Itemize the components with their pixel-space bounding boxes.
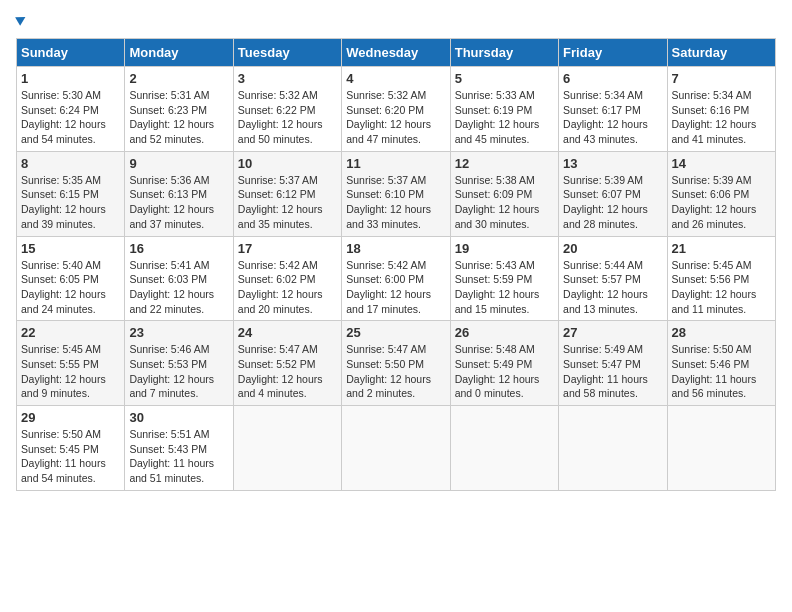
day-detail: Sunrise: 5:41 AMSunset: 6:03 PMDaylight:…	[129, 259, 214, 315]
day-detail: Sunrise: 5:37 AMSunset: 6:10 PMDaylight:…	[346, 174, 431, 230]
day-detail: Sunrise: 5:46 AMSunset: 5:53 PMDaylight:…	[129, 343, 214, 399]
calendar-cell: 5 Sunrise: 5:33 AMSunset: 6:19 PMDayligh…	[450, 67, 558, 152]
column-header-friday: Friday	[559, 39, 667, 67]
day-detail: Sunrise: 5:47 AMSunset: 5:52 PMDaylight:…	[238, 343, 323, 399]
column-header-thursday: Thursday	[450, 39, 558, 67]
day-detail: Sunrise: 5:35 AMSunset: 6:15 PMDaylight:…	[21, 174, 106, 230]
calendar-header: SundayMondayTuesdayWednesdayThursdayFrid…	[17, 39, 776, 67]
calendar-cell: 30 Sunrise: 5:51 AMSunset: 5:43 PMDaylig…	[125, 406, 233, 491]
day-number: 17	[238, 241, 337, 256]
day-number: 3	[238, 71, 337, 86]
calendar-body: 1 Sunrise: 5:30 AMSunset: 6:24 PMDayligh…	[17, 67, 776, 491]
day-number: 8	[21, 156, 120, 171]
day-detail: Sunrise: 5:45 AMSunset: 5:55 PMDaylight:…	[21, 343, 106, 399]
calendar-cell: 16 Sunrise: 5:41 AMSunset: 6:03 PMDaylig…	[125, 236, 233, 321]
day-detail: Sunrise: 5:48 AMSunset: 5:49 PMDaylight:…	[455, 343, 540, 399]
day-detail: Sunrise: 5:33 AMSunset: 6:19 PMDaylight:…	[455, 89, 540, 145]
calendar-cell: 14 Sunrise: 5:39 AMSunset: 6:06 PMDaylig…	[667, 151, 775, 236]
day-number: 14	[672, 156, 771, 171]
calendar-cell: 12 Sunrise: 5:38 AMSunset: 6:09 PMDaylig…	[450, 151, 558, 236]
week-row: 1 Sunrise: 5:30 AMSunset: 6:24 PMDayligh…	[17, 67, 776, 152]
day-number: 12	[455, 156, 554, 171]
calendar-cell	[342, 406, 450, 491]
day-number: 9	[129, 156, 228, 171]
day-detail: Sunrise: 5:51 AMSunset: 5:43 PMDaylight:…	[129, 428, 214, 484]
logo-arrow-icon	[15, 13, 28, 26]
day-detail: Sunrise: 5:44 AMSunset: 5:57 PMDaylight:…	[563, 259, 648, 315]
day-number: 24	[238, 325, 337, 340]
calendar-cell	[450, 406, 558, 491]
calendar-cell: 1 Sunrise: 5:30 AMSunset: 6:24 PMDayligh…	[17, 67, 125, 152]
day-detail: Sunrise: 5:39 AMSunset: 6:07 PMDaylight:…	[563, 174, 648, 230]
day-detail: Sunrise: 5:34 AMSunset: 6:16 PMDaylight:…	[672, 89, 757, 145]
day-number: 29	[21, 410, 120, 425]
day-detail: Sunrise: 5:38 AMSunset: 6:09 PMDaylight:…	[455, 174, 540, 230]
calendar-cell: 17 Sunrise: 5:42 AMSunset: 6:02 PMDaylig…	[233, 236, 341, 321]
calendar-cell	[233, 406, 341, 491]
column-header-saturday: Saturday	[667, 39, 775, 67]
day-detail: Sunrise: 5:32 AMSunset: 6:20 PMDaylight:…	[346, 89, 431, 145]
calendar-cell: 27 Sunrise: 5:49 AMSunset: 5:47 PMDaylig…	[559, 321, 667, 406]
day-number: 2	[129, 71, 228, 86]
day-detail: Sunrise: 5:40 AMSunset: 6:05 PMDaylight:…	[21, 259, 106, 315]
day-number: 21	[672, 241, 771, 256]
column-header-tuesday: Tuesday	[233, 39, 341, 67]
calendar-table: SundayMondayTuesdayWednesdayThursdayFrid…	[16, 38, 776, 491]
day-detail: Sunrise: 5:31 AMSunset: 6:23 PMDaylight:…	[129, 89, 214, 145]
calendar-cell: 11 Sunrise: 5:37 AMSunset: 6:10 PMDaylig…	[342, 151, 450, 236]
calendar-cell: 13 Sunrise: 5:39 AMSunset: 6:07 PMDaylig…	[559, 151, 667, 236]
day-number: 30	[129, 410, 228, 425]
header-row: SundayMondayTuesdayWednesdayThursdayFrid…	[17, 39, 776, 67]
week-row: 29 Sunrise: 5:50 AMSunset: 5:45 PMDaylig…	[17, 406, 776, 491]
day-number: 22	[21, 325, 120, 340]
day-detail: Sunrise: 5:39 AMSunset: 6:06 PMDaylight:…	[672, 174, 757, 230]
calendar-cell: 10 Sunrise: 5:37 AMSunset: 6:12 PMDaylig…	[233, 151, 341, 236]
logo-text-block	[16, 16, 27, 26]
day-detail: Sunrise: 5:32 AMSunset: 6:22 PMDaylight:…	[238, 89, 323, 145]
calendar-cell	[559, 406, 667, 491]
calendar-cell: 8 Sunrise: 5:35 AMSunset: 6:15 PMDayligh…	[17, 151, 125, 236]
day-detail: Sunrise: 5:34 AMSunset: 6:17 PMDaylight:…	[563, 89, 648, 145]
day-number: 1	[21, 71, 120, 86]
calendar-cell	[667, 406, 775, 491]
day-detail: Sunrise: 5:50 AMSunset: 5:46 PMDaylight:…	[672, 343, 757, 399]
day-number: 5	[455, 71, 554, 86]
day-number: 23	[129, 325, 228, 340]
calendar-cell: 6 Sunrise: 5:34 AMSunset: 6:17 PMDayligh…	[559, 67, 667, 152]
day-number: 4	[346, 71, 445, 86]
day-detail: Sunrise: 5:47 AMSunset: 5:50 PMDaylight:…	[346, 343, 431, 399]
day-detail: Sunrise: 5:42 AMSunset: 6:02 PMDaylight:…	[238, 259, 323, 315]
calendar-cell: 4 Sunrise: 5:32 AMSunset: 6:20 PMDayligh…	[342, 67, 450, 152]
logo-blue-row	[16, 16, 27, 26]
day-number: 16	[129, 241, 228, 256]
page-header	[16, 16, 776, 26]
day-detail: Sunrise: 5:50 AMSunset: 5:45 PMDaylight:…	[21, 428, 106, 484]
day-detail: Sunrise: 5:30 AMSunset: 6:24 PMDaylight:…	[21, 89, 106, 145]
calendar-cell: 26 Sunrise: 5:48 AMSunset: 5:49 PMDaylig…	[450, 321, 558, 406]
day-number: 26	[455, 325, 554, 340]
calendar-cell: 19 Sunrise: 5:43 AMSunset: 5:59 PMDaylig…	[450, 236, 558, 321]
day-number: 25	[346, 325, 445, 340]
calendar-cell: 22 Sunrise: 5:45 AMSunset: 5:55 PMDaylig…	[17, 321, 125, 406]
calendar-cell: 28 Sunrise: 5:50 AMSunset: 5:46 PMDaylig…	[667, 321, 775, 406]
column-header-monday: Monday	[125, 39, 233, 67]
day-number: 13	[563, 156, 662, 171]
logo	[16, 16, 27, 26]
calendar-cell: 21 Sunrise: 5:45 AMSunset: 5:56 PMDaylig…	[667, 236, 775, 321]
calendar-cell: 2 Sunrise: 5:31 AMSunset: 6:23 PMDayligh…	[125, 67, 233, 152]
day-number: 11	[346, 156, 445, 171]
day-number: 19	[455, 241, 554, 256]
day-number: 20	[563, 241, 662, 256]
calendar-cell: 25 Sunrise: 5:47 AMSunset: 5:50 PMDaylig…	[342, 321, 450, 406]
day-number: 7	[672, 71, 771, 86]
day-detail: Sunrise: 5:42 AMSunset: 6:00 PMDaylight:…	[346, 259, 431, 315]
calendar-cell: 18 Sunrise: 5:42 AMSunset: 6:00 PMDaylig…	[342, 236, 450, 321]
calendar-cell: 20 Sunrise: 5:44 AMSunset: 5:57 PMDaylig…	[559, 236, 667, 321]
week-row: 15 Sunrise: 5:40 AMSunset: 6:05 PMDaylig…	[17, 236, 776, 321]
day-detail: Sunrise: 5:37 AMSunset: 6:12 PMDaylight:…	[238, 174, 323, 230]
day-number: 10	[238, 156, 337, 171]
calendar-cell: 7 Sunrise: 5:34 AMSunset: 6:16 PMDayligh…	[667, 67, 775, 152]
calendar-cell: 3 Sunrise: 5:32 AMSunset: 6:22 PMDayligh…	[233, 67, 341, 152]
week-row: 8 Sunrise: 5:35 AMSunset: 6:15 PMDayligh…	[17, 151, 776, 236]
day-number: 15	[21, 241, 120, 256]
